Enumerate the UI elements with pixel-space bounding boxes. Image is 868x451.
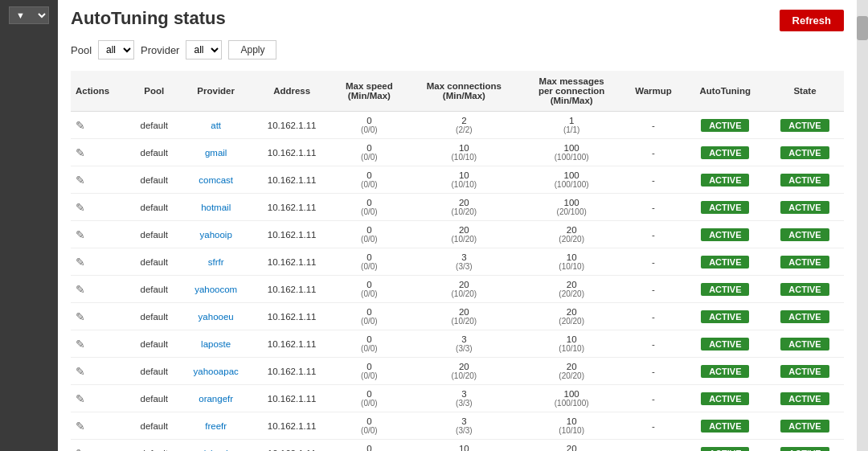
row-autotuning: ACTIVE: [685, 166, 766, 194]
edit-icon[interactable]: ✎: [76, 447, 85, 452]
provider-select[interactable]: all: [186, 40, 222, 59]
edit-icon[interactable]: ✎: [76, 174, 85, 187]
row-warmup: -: [622, 194, 684, 221]
edit-icon[interactable]: ✎: [76, 338, 85, 351]
autotuning-badge: ACTIVE: [701, 338, 749, 351]
edit-icon[interactable]: ✎: [76, 392, 85, 405]
row-max-conn: 20 (10/20): [407, 194, 521, 221]
provider-link[interactable]: orangefr: [199, 394, 233, 404]
edit-icon[interactable]: ✎: [76, 310, 85, 323]
row-provider: freefr: [179, 412, 252, 440]
autotuning-badge: ACTIVE: [701, 447, 749, 452]
row-address: 10.162.1.11: [252, 440, 331, 452]
row-address: 10.162.1.11: [252, 221, 331, 248]
col-warmup: Warmup: [622, 71, 684, 112]
provider-link[interactable]: yahooeu: [199, 312, 234, 322]
row-warmup: -: [622, 139, 684, 166]
autotuning-badge: ACTIVE: [701, 228, 749, 241]
scrollbar-thumb[interactable]: [857, 16, 868, 40]
row-autotuning: ACTIVE: [685, 358, 766, 385]
row-address: 10.162.1.11: [252, 358, 331, 385]
apply-button[interactable]: Apply: [228, 40, 276, 59]
row-state: ACTIVE: [766, 112, 844, 139]
pool-select[interactable]: all: [98, 40, 134, 59]
table-row: ✎ default yahooip 10.162.1.11 0 (0/0) 20…: [71, 221, 844, 248]
row-address: 10.162.1.11: [252, 385, 331, 412]
row-address: 10.162.1.11: [252, 412, 331, 440]
scrollbar[interactable]: [857, 0, 868, 451]
row-address: 10.162.1.11: [252, 276, 331, 303]
edit-icon[interactable]: ✎: [76, 146, 85, 159]
row-max-speed: 0 (0/0): [331, 139, 407, 166]
row-autotuning: ACTIVE: [685, 221, 766, 248]
row-autotuning: ACTIVE: [685, 248, 766, 276]
row-state: ACTIVE: [766, 276, 844, 303]
row-max-msg: 1 (1/1): [521, 112, 623, 139]
table-row: ✎ default sfrfr 10.162.1.11 0 (0/0) 3 (3…: [71, 248, 844, 276]
row-pool: default: [129, 303, 179, 330]
row-address: 10.162.1.11: [252, 248, 331, 276]
refresh-button[interactable]: Refresh: [780, 10, 844, 31]
state-badge: ACTIVE: [780, 283, 829, 296]
row-warmup: -: [622, 330, 684, 358]
row-provider: yahoocom: [179, 276, 252, 303]
row-max-conn: 3 (3/3): [407, 385, 521, 412]
edit-icon[interactable]: ✎: [76, 119, 85, 132]
edit-icon[interactable]: ✎: [76, 283, 85, 296]
col-autotuning: AutoTuning: [685, 71, 766, 112]
row-provider: gmail: [179, 139, 252, 166]
table-row: ✎ default yahooeu 10.162.1.11 0 (0/0) 20…: [71, 303, 844, 330]
edit-icon[interactable]: ✎: [76, 228, 85, 241]
provider-link[interactable]: gmail: [205, 148, 227, 158]
row-autotuning: ACTIVE: [685, 276, 766, 303]
autotuning-badge: ACTIVE: [701, 420, 749, 433]
row-pool: default: [129, 358, 179, 385]
row-warmup: -: [622, 276, 684, 303]
row-state: ACTIVE: [766, 412, 844, 440]
provider-link[interactable]: att: [211, 121, 221, 130]
edit-icon[interactable]: ✎: [76, 420, 85, 433]
edit-icon[interactable]: ✎: [76, 365, 85, 378]
table-row: ✎ default freefr 10.162.1.11 0 (0/0) 3 (…: [71, 412, 844, 440]
edit-icon[interactable]: ✎: [76, 201, 85, 214]
row-pool: default: [129, 412, 179, 440]
col-address: Address: [252, 71, 331, 112]
row-max-speed: 0 (0/0): [331, 221, 407, 248]
row-max-msg: 20 (20/20): [521, 276, 623, 303]
sidebar-dropdown[interactable]: ▼: [9, 6, 49, 24]
row-address: 10.162.1.11: [252, 112, 331, 139]
row-pool: default: [129, 221, 179, 248]
col-pool: Pool: [129, 71, 179, 112]
row-max-msg: 20 (1/20): [521, 440, 623, 452]
row-autotuning: ACTIVE: [685, 412, 766, 440]
provider-link[interactable]: hotmail: [201, 203, 231, 212]
sidebar: ▼: [0, 0, 58, 451]
row-provider: yahooapac: [179, 358, 252, 385]
row-autotuning: ACTIVE: [685, 303, 766, 330]
provider-link[interactable]: yahoocom: [194, 285, 237, 294]
row-max-speed: 0 (0/0): [331, 166, 407, 194]
provider-link[interactable]: sfrfr: [208, 257, 224, 267]
state-badge: ACTIVE: [780, 338, 829, 351]
row-max-conn: 20 (10/20): [407, 221, 521, 248]
provider-link[interactable]: yahooip: [200, 230, 232, 240]
state-badge: ACTIVE: [780, 119, 829, 132]
provider-link[interactable]: comcast: [199, 175, 233, 185]
row-pool: default: [129, 276, 179, 303]
row-actions: ✎: [71, 194, 129, 221]
edit-icon[interactable]: ✎: [76, 256, 85, 269]
row-state: ACTIVE: [766, 385, 844, 412]
provider-link[interactable]: icloud: [204, 449, 228, 452]
row-provider: orangefr: [179, 385, 252, 412]
provider-link[interactable]: laposte: [201, 339, 231, 349]
state-badge: ACTIVE: [780, 228, 829, 241]
row-actions: ✎: [71, 440, 129, 452]
provider-link[interactable]: yahooapac: [194, 367, 239, 376]
row-autotuning: ACTIVE: [685, 112, 766, 139]
row-provider: yahooip: [179, 221, 252, 248]
provider-link[interactable]: freefr: [205, 421, 227, 431]
row-max-msg: 100 (100/100): [521, 139, 623, 166]
row-provider: att: [179, 112, 252, 139]
row-warmup: -: [622, 303, 684, 330]
col-actions: Actions: [71, 71, 129, 112]
